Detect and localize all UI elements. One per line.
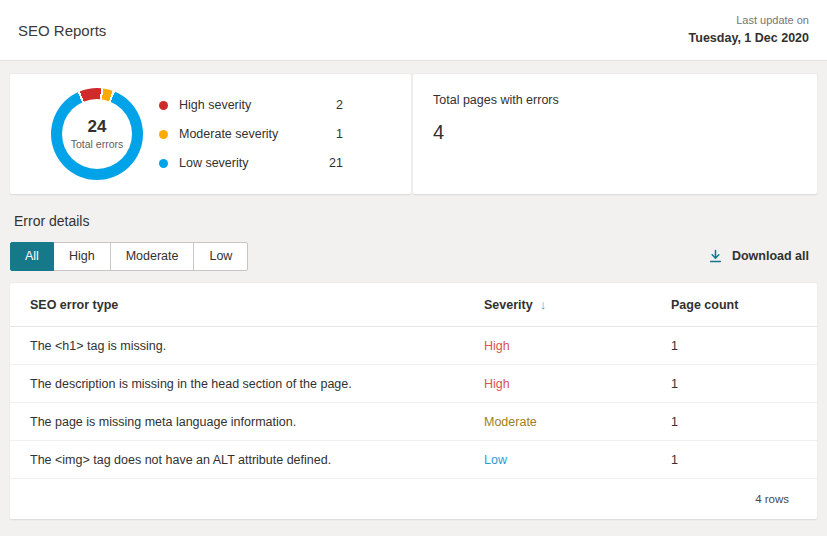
last-update: Last update on Tuesday, 1 Dec 2020 (689, 13, 809, 47)
column-header-severity[interactable]: Severity ↓ (484, 298, 671, 312)
total-pages-card: Total pages with errors 4 (413, 74, 817, 194)
table-row[interactable]: The page is missing meta language inform… (10, 403, 817, 441)
last-update-date: Tuesday, 1 Dec 2020 (689, 29, 809, 47)
legend-label: Moderate severity (179, 127, 278, 141)
legend-item: Low severity21 (159, 149, 343, 178)
severity-cell: Low (484, 453, 671, 467)
donut-center: 24 Total errors (62, 99, 132, 169)
row-count-label: 4 rows (755, 493, 789, 505)
error-type-cell: The <img> tag does not have an ALT attri… (30, 453, 484, 467)
error-table-card: SEO error type Severity ↓ Page count The… (10, 283, 817, 519)
summary-cards-row: 24 Total errors High severity2Moderate s… (10, 74, 817, 194)
filter-tab-all[interactable]: All (10, 242, 54, 271)
table-row[interactable]: The description is missing in the head s… (10, 365, 817, 403)
filter-tab-moderate[interactable]: Moderate (110, 242, 195, 271)
column-header-page-count: Page count (671, 298, 817, 312)
table-controls-row: AllHighModerateLow Download all (10, 241, 817, 271)
download-all-button[interactable]: Download all (708, 249, 809, 264)
table-footer: 4 rows (10, 479, 817, 519)
total-pages-label: Total pages with errors (433, 93, 797, 107)
severity-cell: High (484, 377, 671, 391)
legend-label: Low severity (179, 156, 248, 170)
legend-dot-icon (159, 101, 168, 110)
table-header-row: SEO error type Severity ↓ Page count (10, 283, 817, 327)
total-errors-donut-chart: 24 Total errors (51, 88, 143, 180)
error-type-cell: The description is missing in the head s… (30, 377, 484, 391)
total-pages-value: 4 (433, 121, 797, 144)
last-update-label: Last update on (689, 13, 809, 29)
legend-value: 2 (336, 98, 343, 112)
error-type-cell: The page is missing meta language inform… (30, 415, 484, 429)
severity-filter-tab-group: AllHighModerateLow (10, 242, 248, 271)
seo-reports-page: SEO Reports Last update on Tuesday, 1 De… (0, 0, 827, 519)
legend-value: 1 (336, 127, 343, 141)
total-errors-label: Total errors (71, 138, 124, 150)
severity-header-label: Severity (484, 298, 533, 312)
table-body: The <h1> tag is missing.High1The descrip… (10, 327, 817, 479)
column-header-error-type: SEO error type (30, 298, 484, 312)
error-details-title: Error details (14, 213, 827, 229)
legend-dot-icon (159, 159, 168, 168)
sort-descending-icon: ↓ (540, 298, 547, 311)
severity-cell: Moderate (484, 415, 671, 429)
error-type-cell: The <h1> tag is missing. (30, 339, 484, 353)
severity-cell: High (484, 339, 671, 353)
legend-item: Moderate severity1 (159, 120, 343, 149)
page-title: SEO Reports (18, 22, 106, 39)
legend-dot-icon (159, 130, 168, 139)
download-all-label: Download all (732, 249, 809, 263)
page-header: SEO Reports Last update on Tuesday, 1 De… (0, 0, 827, 61)
severity-legend: High severity2Moderate severity1Low seve… (159, 91, 343, 178)
legend-value: 21 (329, 156, 343, 170)
table-row[interactable]: The <h1> tag is missing.High1 (10, 327, 817, 365)
total-errors-card: 24 Total errors High severity2Moderate s… (10, 74, 411, 194)
legend-item: High severity2 (159, 91, 343, 120)
legend-label: High severity (179, 98, 251, 112)
filter-tab-low[interactable]: Low (193, 242, 248, 271)
total-errors-value: 24 (88, 118, 107, 137)
page-count-cell: 1 (671, 377, 817, 391)
table-row[interactable]: The <img> tag does not have an ALT attri… (10, 441, 817, 479)
download-icon (708, 249, 723, 264)
page-count-cell: 1 (671, 415, 817, 429)
page-count-cell: 1 (671, 339, 817, 353)
page-count-cell: 1 (671, 453, 817, 467)
filter-tab-high[interactable]: High (53, 242, 111, 271)
